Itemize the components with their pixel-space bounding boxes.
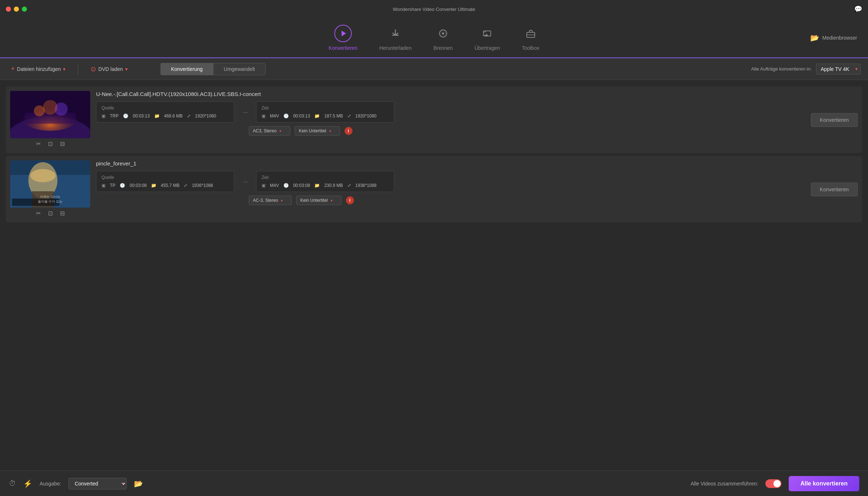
source-format-2: TP [110, 183, 115, 188]
audio-dropdown-arrow-1: ▾ [279, 129, 281, 133]
minimize-button[interactable] [14, 7, 19, 12]
video-item-2-inner: HD 이제는 다시는돌아올 수가 없는 ✂ [6, 156, 862, 223]
merge-toggle[interactable] [765, 479, 781, 488]
convert-all-button[interactable]: Alle konvertieren [789, 476, 859, 491]
subtitle-select-2[interactable]: Kein Untertitel ▾ [296, 196, 341, 205]
source-box-2: Quelle ▣ TP 🕐 00:03:08 📁 455.7 MB ⤢ 1936… [96, 171, 234, 192]
source-row-1: ▣ TRP 🕐 00:03:13 📁 468.6 MB ⤢ 1920*1080 [101, 113, 229, 119]
source-duration-1: 00:03:13 [133, 113, 150, 119]
source-label-2: Quelle [101, 175, 229, 180]
herunterladen-icon [387, 25, 404, 42]
dest-clock-icon-1: 🕐 [283, 113, 289, 119]
thumb-controls-1: ✂ ⊡ ⊟ [10, 138, 90, 149]
dest-clock-icon-2: 🕐 [283, 183, 289, 188]
tab-konvertierung[interactable]: Konvertierung [160, 63, 213, 75]
dest-box-2: Ziel ▣ M4V 🕐 00:03:08 📁 230.9 MB ⤢ 1936*… [256, 171, 394, 192]
info-button-1[interactable]: i [345, 127, 353, 135]
sliders-icon-2[interactable]: ⊟ [60, 210, 65, 217]
source-film-icon-1: ▣ [101, 113, 105, 119]
arrow-icon-2: → [242, 177, 249, 186]
thumbnail-wrapper-1: ✂ ⊡ ⊟ [10, 91, 90, 149]
dest-resolution-1: 1920*1080 [355, 113, 377, 119]
window-controls [6, 7, 27, 12]
info-button-2[interactable]: i [346, 196, 354, 204]
audio-select-1[interactable]: AC3, Stereo ▾ [249, 126, 290, 136]
convert-target-row: Alle Aufträge konvertieren in: Apple TV … [751, 64, 861, 75]
target-format-wrapper: Apple TV 4K ▾ [816, 64, 861, 75]
main-tabs: Konvertierung Umgewandelt [160, 63, 266, 75]
toggle-knob [773, 480, 781, 487]
video-title-2: pincle_forever_1 [96, 160, 805, 167]
crop-icon-2[interactable]: ⊡ [48, 210, 53, 217]
dvd-load-button[interactable]: ⊙ DVD laden ▾ [87, 63, 131, 75]
dvd-load-label: DVD laden [98, 66, 123, 72]
subtitle-value-1: Kein Untertitel [299, 128, 326, 133]
svg-point-18 [30, 169, 56, 182]
dest-folder-icon-1: 📁 [314, 113, 320, 119]
dvd-icon: ⊙ [91, 65, 96, 73]
thumbnail-wrapper-2: HD 이제는 다시는돌아올 수가 없는 ✂ [10, 160, 90, 218]
nav-tab-herunterladen[interactable]: Herunterladen [379, 25, 412, 51]
source-box-1: Quelle ▣ TRP 🕐 00:03:13 📁 468.6 MB ⤢ 192… [96, 101, 234, 123]
merge-label: Alle Videos zusammenführen: [690, 481, 758, 487]
dest-resize-icon-1: ⤢ [347, 113, 351, 119]
audio-value-1: AC3, Stereo [253, 128, 276, 133]
svg-point-2 [442, 32, 444, 35]
konvertieren-label: Konvertieren [329, 45, 357, 51]
nav-tab-konvertieren[interactable]: Konvertieren [329, 25, 357, 51]
source-format-1: TRP [110, 113, 119, 119]
video-details-1: U-Nee.-.[Call.Call.Call].HDTV.(1920x1080… [96, 91, 805, 136]
subtitle-select-1[interactable]: Kein Untertitel ▾ [295, 126, 340, 136]
close-button[interactable] [6, 7, 11, 12]
dest-resolution-2: 1936*1088 [355, 183, 377, 188]
source-resolution-1: 1920*1080 [195, 113, 216, 119]
toolbar: + Dateien hinzufügen ▾ ⊙ DVD laden ▾ Kon… [0, 58, 868, 80]
svg-marker-0 [342, 31, 346, 36]
maximize-button[interactable] [22, 7, 27, 12]
medienbrowser-icon: 📂 [810, 33, 819, 42]
subtitle-dropdown-arrow-2: ▾ [331, 199, 333, 203]
output-select-wrapper: Converted ▾ [68, 478, 127, 489]
audio-dropdown-arrow-2: ▾ [281, 199, 283, 203]
output-folder-select[interactable]: Converted [68, 478, 127, 489]
medienbrowser-label: Medienbrowser [822, 35, 857, 41]
dest-duration-2: 00:03:08 [293, 183, 310, 188]
scissors-icon-2[interactable]: ✂ [36, 210, 41, 217]
dest-folder-icon-2: 📁 [314, 183, 320, 188]
tab-umgewandelt[interactable]: Umgewandelt [213, 63, 266, 75]
convert-button-2[interactable]: Konvertieren [811, 183, 858, 196]
audio-select-2[interactable]: AC-3, Stereo ▾ [249, 196, 292, 205]
source-film-icon-2: ▣ [101, 183, 105, 188]
nav-tab-toolbox[interactable]: Toolbox [522, 25, 539, 51]
add-files-button[interactable]: + Dateien hinzufügen ▾ [7, 63, 69, 75]
scissors-icon-1[interactable]: ✂ [36, 140, 41, 147]
sliders-icon-1[interactable]: ⊟ [60, 140, 65, 147]
separator-1 [78, 64, 78, 75]
dest-box-1: Ziel ▣ M4V 🕐 00:03:13 📁 187.5 MB ⤢ 1920*… [256, 101, 394, 123]
convert-button-1[interactable]: Konvertieren [811, 113, 858, 127]
open-folder-icon[interactable]: 📂 [134, 479, 143, 488]
dest-row-2: ▣ M4V 🕐 00:03:08 📁 230.9 MB ⤢ 1936*1088 [262, 183, 389, 188]
source-resize-icon-1: ⤢ [187, 113, 191, 119]
crop-icon-1[interactable]: ⊡ [48, 140, 53, 147]
app-title: Wondershare Video Converter Ultimate [393, 7, 475, 12]
brennen-icon [434, 25, 452, 42]
audio-subtitle-row-1: AC3, Stereo ▾ Kein Untertitel ▾ i [249, 126, 805, 136]
target-format-select[interactable]: Apple TV 4K [816, 64, 861, 75]
thumbnail-2: HD 이제는 다시는돌아올 수가 없는 [10, 160, 90, 208]
audio-subtitle-row-2: AC-3, Stereo ▾ Kein Untertitel ▾ i [249, 196, 805, 205]
source-clock-icon-2: 🕐 [120, 183, 125, 188]
dest-format-1: M4V [270, 113, 279, 119]
source-label-1: Quelle [101, 105, 229, 111]
herunterladen-label: Herunterladen [379, 45, 412, 51]
nav-tab-brennen[interactable]: Brennen [433, 25, 453, 51]
medienbrowser-button[interactable]: 📂 Medienbrowser [810, 33, 857, 42]
bolt-icon[interactable]: ⚡ [23, 479, 32, 488]
nav-tab-uebertragen[interactable]: Übertragen [474, 25, 500, 51]
source-resolution-2: 1936*1088 [192, 183, 213, 188]
timer-icon[interactable]: ⏱ [9, 479, 16, 488]
dest-label-1: Ziel [262, 105, 389, 111]
video-item-1: ✂ ⊡ ⊟ U-Nee.-.[Call.Call.Call].HDTV.(192… [6, 87, 862, 153]
source-clock-icon-1: 🕐 [123, 113, 128, 119]
all-orders-label: Alle Aufträge konvertieren in: [751, 66, 812, 72]
